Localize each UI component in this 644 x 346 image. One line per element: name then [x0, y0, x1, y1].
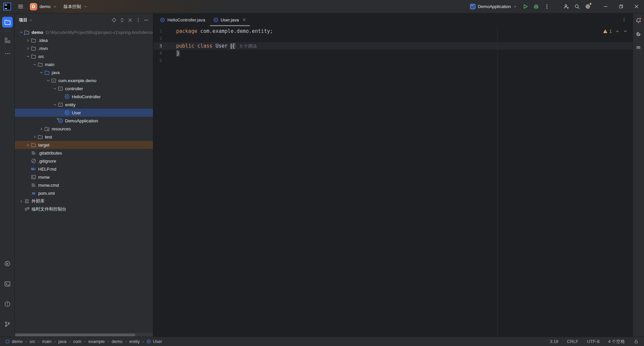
chevron-right-icon[interactable]: [32, 134, 38, 139]
chevron-down-icon[interactable]: [45, 78, 51, 83]
tree-item-.mvn[interactable]: .mvn: [15, 44, 153, 52]
tree-item-src[interactable]: src: [15, 52, 153, 60]
tree-item-.gitignore[interactable]: .gitignore: [15, 157, 153, 165]
tree-item-user[interactable]: CUser: [15, 109, 153, 117]
tree-item-controller[interactable]: controller: [15, 84, 153, 93]
more-tool-windows-button[interactable]: [2, 48, 13, 59]
close-button[interactable]: [629, 0, 644, 13]
tree-item-.gitattributes[interactable]: .gitattributes: [15, 149, 153, 157]
run-configuration-widget[interactable]: DemoApplication: [467, 1, 520, 12]
main-toolbar: IU D demo 版本控制 DemoApplication: [0, 0, 644, 13]
debug-button[interactable]: [531, 1, 541, 12]
tree-item-hellocontroller[interactable]: CHelloController: [15, 93, 153, 101]
breadcrumb-item[interactable]: java: [58, 339, 66, 344]
project-panel: 项目 demoD:\Mycode\MyProject\Blog\project-…: [15, 13, 153, 337]
maven-tool-button[interactable]: m: [635, 43, 643, 51]
tab-user-java[interactable]: C User.java: [209, 13, 251, 26]
chevron-down-icon[interactable]: [38, 70, 44, 75]
collapse-all-button[interactable]: [126, 16, 134, 24]
chevron-right-icon[interactable]: [25, 142, 31, 148]
horizontal-scrollbar-track[interactable]: [15, 333, 153, 337]
breadcrumb-item[interactable]: demo: [12, 339, 23, 344]
problems-tool-button[interactable]: [2, 298, 13, 310]
tree-item-label: demo: [32, 30, 43, 35]
breadcrumb-item[interactable]: src: [30, 339, 35, 344]
ellipsis-icon: [4, 50, 11, 57]
structure-tool-button[interactable]: [2, 35, 13, 46]
tree-item-resources[interactable]: resources: [15, 125, 153, 133]
main-menu-button[interactable]: [15, 1, 26, 12]
project-panel-title: 项目: [19, 17, 28, 23]
breadcrumb-item[interactable]: main: [42, 339, 52, 344]
breadcrumb-item[interactable]: entity: [129, 339, 140, 344]
chevron-down-icon[interactable]: [29, 18, 33, 22]
indent-setting[interactable]: 4 个空格: [608, 339, 625, 345]
minimize-button[interactable]: [598, 0, 613, 13]
run-tool-button[interactable]: [2, 258, 13, 270]
tree-item-[interactable]: 外部库: [15, 197, 153, 205]
tree-item-mvnw[interactable]: mvnw: [15, 173, 153, 181]
notifications-button[interactable]: [635, 16, 643, 24]
inspections-widget[interactable]: 1: [603, 29, 628, 34]
tree-item-label: .idea: [38, 38, 48, 43]
search-everywhere-button[interactable]: [572, 1, 582, 12]
previous-problem-icon[interactable]: [615, 29, 620, 34]
tree-item-label: entity: [65, 102, 75, 107]
git-tool-button[interactable]: [2, 319, 13, 330]
more-actions-button[interactable]: [541, 1, 552, 12]
vcs-widget[interactable]: 版本控制: [61, 1, 90, 12]
restore-button[interactable]: [613, 0, 629, 13]
code-with-me-button[interactable]: [561, 1, 572, 12]
breadcrumb-item[interactable]: example: [88, 339, 105, 344]
usages-inlay-hint[interactable]: 0 个用法: [240, 44, 257, 49]
tree-item-test[interactable]: test: [15, 133, 153, 141]
tree-item-entity[interactable]: entity: [15, 101, 153, 109]
code-line-3: public class User {0 个用法: [153, 42, 633, 50]
tree-item-demo[interactable]: demoD:\Mycode\MyProject\Blog\project-v1\…: [15, 28, 153, 36]
tree-item-java[interactable]: java: [15, 68, 153, 76]
tree-item-[interactable]: 临时文件和控制台: [15, 205, 153, 213]
settings-button[interactable]: [582, 1, 593, 12]
ai-assistant-button[interactable]: [635, 30, 643, 38]
file-encoding[interactable]: UTF-8: [587, 339, 599, 344]
chevron-right-icon[interactable]: [18, 198, 24, 204]
tree-item-help.md[interactable]: MHELP.md: [15, 165, 153, 173]
chevron-down-icon[interactable]: [32, 62, 38, 67]
tree-item-pom.xml[interactable]: mpom.xml: [15, 189, 153, 197]
folder-icon: [31, 54, 36, 59]
close-tab-icon[interactable]: [242, 17, 247, 22]
chevron-down-icon[interactable]: [52, 102, 58, 107]
tree-item-.idea[interactable]: .idea: [15, 36, 153, 44]
code-editor[interactable]: 1 2 3 4 5 package com.example.demo.entit…: [153, 26, 633, 337]
tree-item-main[interactable]: main: [15, 60, 153, 68]
panel-options-button[interactable]: [134, 16, 142, 24]
breadcrumb-item[interactable]: com: [73, 339, 82, 344]
next-problem-icon[interactable]: [623, 29, 628, 34]
horizontal-scrollbar-thumb[interactable]: [15, 334, 135, 336]
chevron-down-icon[interactable]: [52, 86, 58, 91]
breadcrumb-item[interactable]: demo: [112, 339, 123, 344]
line-ending[interactable]: CRLF: [567, 339, 578, 344]
unlock-icon[interactable]: [634, 339, 639, 344]
caret-position[interactable]: 3:19: [550, 339, 558, 344]
chevron-right-icon[interactable]: [38, 126, 44, 131]
project-widget[interactable]: D demo: [27, 1, 60, 12]
chevron-down-icon[interactable]: [25, 54, 31, 59]
expand-all-button[interactable]: [118, 16, 126, 24]
tree-item-target[interactable]: target: [15, 141, 153, 149]
hide-panel-button[interactable]: [142, 16, 150, 24]
tree-item-demoapplication[interactable]: CDemoApplication: [15, 117, 153, 125]
chevron-right-icon[interactable]: [25, 46, 31, 51]
select-opened-file-button[interactable]: [110, 16, 118, 24]
tree-item-com.example.demo[interactable]: com.example.demo: [15, 76, 153, 84]
class-icon: C: [64, 94, 70, 99]
tab-hellocontroller-java[interactable]: C HelloController.java: [156, 13, 209, 26]
chevron-right-icon[interactable]: [25, 38, 31, 43]
editor-options-kebab-icon[interactable]: [622, 17, 627, 22]
package-icon: [58, 102, 63, 107]
project-tool-button[interactable]: [2, 17, 13, 27]
breadcrumb-item[interactable]: User: [153, 339, 162, 344]
tree-item-mvnw.cmd[interactable]: mvnw.cmd: [15, 181, 153, 189]
run-button[interactable]: [520, 1, 531, 12]
terminal-tool-button[interactable]: [2, 278, 13, 290]
